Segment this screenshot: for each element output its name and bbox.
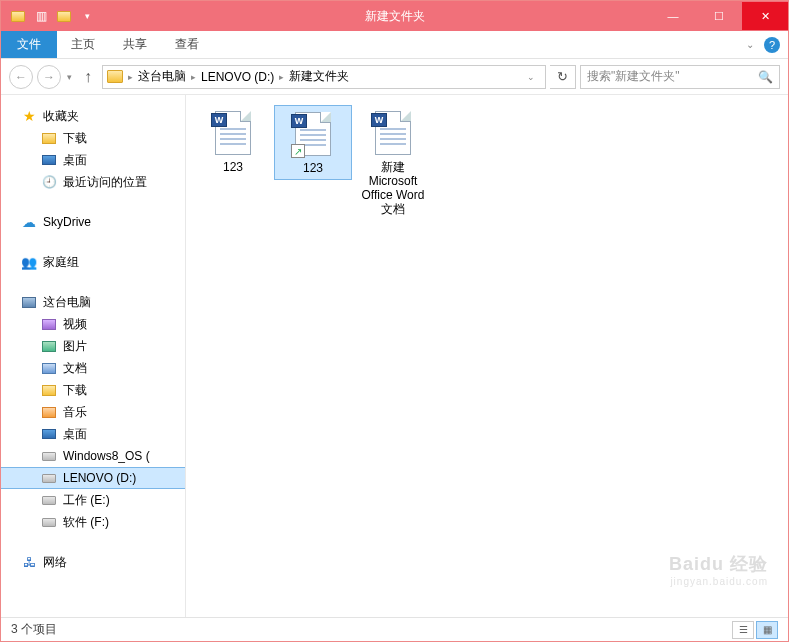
folder-icon xyxy=(7,5,29,27)
homegroup-icon: 👥 xyxy=(21,254,37,270)
quick-access-toolbar: ▥ ▾ xyxy=(1,5,98,27)
file-list-area[interactable]: W 123 W ↗ 123 W 新建 Microsoft Office Word… xyxy=(186,95,788,617)
desktop-icon xyxy=(41,426,57,442)
ribbon-right: ⌄ ? xyxy=(746,31,780,58)
explorer-body: ★收藏夹 下载 桌面 🕘最近访问的位置 ☁SkyDrive 👥家庭组 这台电脑 … xyxy=(1,95,788,617)
tree-thispc[interactable]: 这台电脑 xyxy=(1,291,185,313)
ribbon-tabs: 文件 主页 共享 查看 ⌄ ? xyxy=(1,31,788,59)
cloud-icon: ☁ xyxy=(21,214,37,230)
folder-icon xyxy=(107,70,123,83)
music-icon xyxy=(41,404,57,420)
maximize-button[interactable]: ☐ xyxy=(696,2,742,30)
tree-videos[interactable]: 视频 xyxy=(1,313,185,335)
pc-icon xyxy=(21,294,37,310)
close-button[interactable]: ✕ xyxy=(742,2,788,30)
tree-network[interactable]: 🖧网络 xyxy=(1,551,185,573)
chevron-right-icon[interactable]: ▸ xyxy=(191,72,196,82)
tree-drive-d[interactable]: LENOVO (D:) xyxy=(1,467,185,489)
tree-downloads2[interactable]: 下载 xyxy=(1,379,185,401)
drive-icon xyxy=(41,448,57,464)
star-icon: ★ xyxy=(21,108,37,124)
forward-button[interactable]: → xyxy=(37,65,61,89)
breadcrumb-segment[interactable]: 这台电脑 xyxy=(135,68,189,85)
file-tab[interactable]: 文件 xyxy=(1,31,57,58)
shortcut-arrow-icon: ↗ xyxy=(291,144,305,158)
icons-view-button[interactable]: ▦ xyxy=(756,621,778,639)
drive-icon xyxy=(41,514,57,530)
back-button[interactable]: ← xyxy=(9,65,33,89)
tree-drive-c[interactable]: Windows8_OS ( xyxy=(1,445,185,467)
file-item[interactable]: W 123 xyxy=(194,105,272,178)
address-dropdown-icon[interactable]: ⌄ xyxy=(521,72,541,82)
tree-homegroup[interactable]: 👥家庭组 xyxy=(1,251,185,273)
history-dropdown-icon[interactable]: ▾ xyxy=(65,72,74,82)
tree-downloads[interactable]: 下载 xyxy=(1,127,185,149)
tree-recent[interactable]: 🕘最近访问的位置 xyxy=(1,171,185,193)
window-title: 新建文件夹 xyxy=(365,8,425,25)
view-switcher: ☰ ▦ xyxy=(732,621,778,639)
address-bar[interactable]: ▸ 这台电脑 ▸ LENOVO (D:) ▸ 新建文件夹 ⌄ xyxy=(102,65,546,89)
up-button[interactable]: ↑ xyxy=(78,67,98,87)
search-input[interactable]: 搜索"新建文件夹" 🔍 xyxy=(580,65,780,89)
properties-icon[interactable]: ▥ xyxy=(30,5,52,27)
tree-drive-f[interactable]: 软件 (F:) xyxy=(1,511,185,533)
tree-pictures[interactable]: 图片 xyxy=(1,335,185,357)
search-placeholder: 搜索"新建文件夹" xyxy=(587,68,680,85)
window-controls: — ☐ ✕ xyxy=(650,2,788,30)
chevron-right-icon[interactable]: ▸ xyxy=(279,72,284,82)
word-document-icon: W xyxy=(209,109,257,157)
drive-icon xyxy=(41,492,57,508)
word-document-icon: W ↗ xyxy=(289,110,337,158)
tree-skydrive[interactable]: ☁SkyDrive xyxy=(1,211,185,233)
file-label: 新建 Microsoft Office Word 文档 xyxy=(356,160,430,216)
drive-icon xyxy=(41,470,57,486)
tree-favorites[interactable]: ★收藏夹 xyxy=(1,105,185,127)
desktop-icon xyxy=(41,152,57,168)
tree-drive-e[interactable]: 工作 (E:) xyxy=(1,489,185,511)
network-icon: 🖧 xyxy=(21,554,37,570)
qat-dropdown-icon[interactable]: ▾ xyxy=(76,5,98,27)
title-bar: ▥ ▾ 新建文件夹 — ☐ ✕ xyxy=(1,1,788,31)
file-item[interactable]: W 新建 Microsoft Office Word 文档 xyxy=(354,105,432,220)
tree-documents[interactable]: 文档 xyxy=(1,357,185,379)
download-icon xyxy=(41,382,57,398)
tab-share[interactable]: 共享 xyxy=(109,31,161,58)
minimize-button[interactable]: — xyxy=(650,2,696,30)
chevron-right-icon[interactable]: ▸ xyxy=(128,72,133,82)
details-view-button[interactable]: ☰ xyxy=(732,621,754,639)
new-folder-icon[interactable] xyxy=(53,5,75,27)
navigation-bar: ← → ▾ ↑ ▸ 这台电脑 ▸ LENOVO (D:) ▸ 新建文件夹 ⌄ ↻… xyxy=(1,59,788,95)
video-icon xyxy=(41,316,57,332)
recent-icon: 🕘 xyxy=(41,174,57,190)
download-icon xyxy=(41,130,57,146)
picture-icon xyxy=(41,338,57,354)
search-icon: 🔍 xyxy=(758,70,773,84)
item-count: 3 个项目 xyxy=(11,621,57,638)
status-bar: 3 个项目 ☰ ▦ xyxy=(1,617,788,641)
breadcrumb-segment[interactable]: LENOVO (D:) xyxy=(198,70,277,84)
navigation-pane[interactable]: ★收藏夹 下载 桌面 🕘最近访问的位置 ☁SkyDrive 👥家庭组 这台电脑 … xyxy=(1,95,186,617)
tab-home[interactable]: 主页 xyxy=(57,31,109,58)
watermark: Baidu 经验 jingyan.baidu.com xyxy=(669,552,768,587)
expand-ribbon-icon[interactable]: ⌄ xyxy=(746,39,754,50)
tab-view[interactable]: 查看 xyxy=(161,31,213,58)
tree-desktop2[interactable]: 桌面 xyxy=(1,423,185,445)
file-label: 123 xyxy=(223,160,243,174)
document-icon xyxy=(41,360,57,376)
tree-music[interactable]: 音乐 xyxy=(1,401,185,423)
file-label: 123 xyxy=(303,161,323,175)
refresh-button[interactable]: ↻ xyxy=(550,65,576,89)
word-document-icon: W xyxy=(369,109,417,157)
breadcrumb-segment[interactable]: 新建文件夹 xyxy=(286,68,352,85)
help-icon[interactable]: ? xyxy=(764,37,780,53)
file-item[interactable]: W ↗ 123 xyxy=(274,105,352,180)
tree-desktop[interactable]: 桌面 xyxy=(1,149,185,171)
